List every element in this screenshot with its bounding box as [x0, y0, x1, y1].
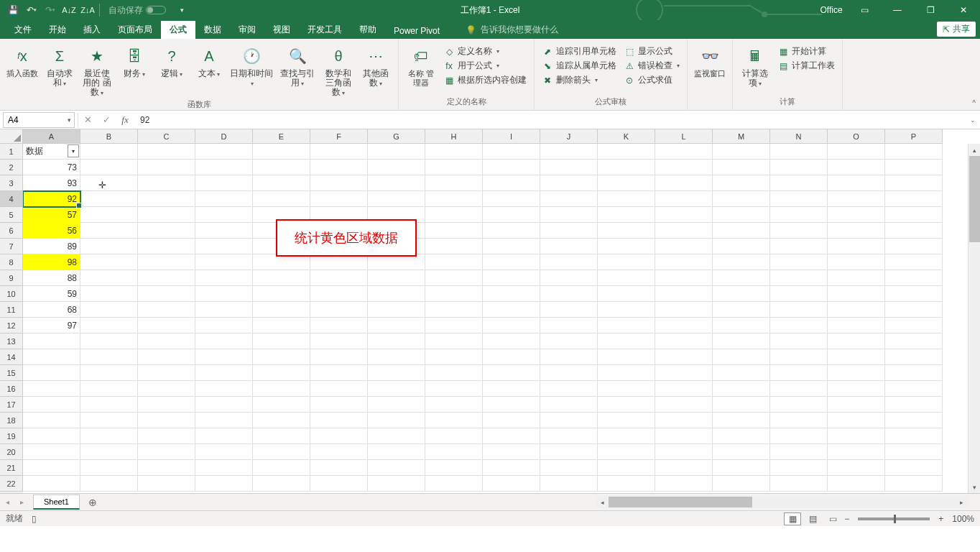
- cell[interactable]: [598, 270, 655, 286]
- cell[interactable]: [138, 254, 195, 270]
- row-header[interactable]: 4: [0, 191, 23, 207]
- cell[interactable]: [483, 254, 540, 270]
- trace-dependents-button[interactable]: ⬊追踪从属单元格: [539, 59, 619, 73]
- cell[interactable]: [80, 460, 138, 476]
- name-box[interactable]: A4▾: [3, 112, 75, 128]
- row-header[interactable]: 13: [0, 334, 23, 349]
- cell[interactable]: [368, 160, 425, 175]
- cell[interactable]: [828, 365, 885, 381]
- cell[interactable]: [885, 397, 943, 413]
- column-header[interactable]: O: [828, 129, 885, 144]
- cell[interactable]: [655, 286, 713, 302]
- data-cell[interactable]: 73: [23, 160, 80, 175]
- cell[interactable]: [713, 428, 770, 444]
- cell[interactable]: [138, 476, 195, 492]
- sheet-nav-next-icon[interactable]: ▸: [14, 498, 29, 506]
- row-header[interactable]: 1: [0, 144, 23, 160]
- cell[interactable]: [138, 318, 195, 334]
- cell[interactable]: [540, 302, 598, 318]
- cell[interactable]: [885, 476, 943, 492]
- cell[interactable]: [885, 160, 943, 175]
- cell[interactable]: [598, 239, 655, 254]
- cell[interactable]: [253, 334, 310, 349]
- calculate-sheet-button[interactable]: ▤计算工作表: [775, 59, 838, 73]
- cell[interactable]: [598, 207, 655, 223]
- column-header[interactable]: H: [425, 129, 483, 144]
- cell[interactable]: [885, 349, 943, 365]
- qat-customize-icon[interactable]: ▾: [173, 1, 190, 19]
- cell[interactable]: [310, 160, 368, 175]
- cell[interactable]: [80, 428, 138, 444]
- cell[interactable]: [598, 428, 655, 444]
- cell[interactable]: [828, 191, 885, 207]
- redo-icon[interactable]: ↷▾: [42, 1, 59, 19]
- cell[interactable]: [425, 397, 483, 413]
- page-layout-view-icon[interactable]: ▤: [804, 512, 821, 525]
- cell[interactable]: [425, 444, 483, 460]
- cell[interactable]: [483, 444, 540, 460]
- tellme-search[interactable]: 💡 告诉我你想要做什么: [463, 21, 561, 39]
- zoom-in-icon[interactable]: +: [938, 514, 943, 524]
- cell[interactable]: [655, 160, 713, 175]
- row-header[interactable]: 21: [0, 460, 23, 476]
- cell[interactable]: [598, 160, 655, 175]
- cell[interactable]: [195, 365, 253, 381]
- cell[interactable]: [310, 476, 368, 492]
- cell[interactable]: [310, 460, 368, 476]
- cell[interactable]: [828, 381, 885, 397]
- cell[interactable]: [138, 428, 195, 444]
- cell[interactable]: [368, 397, 425, 413]
- cell[interactable]: [598, 175, 655, 191]
- cell[interactable]: [253, 191, 310, 207]
- cell[interactable]: [598, 365, 655, 381]
- cell[interactable]: [195, 334, 253, 349]
- cell[interactable]: [425, 365, 483, 381]
- column-header[interactable]: J: [540, 129, 598, 144]
- cell[interactable]: [655, 223, 713, 239]
- page-break-view-icon[interactable]: ▭: [824, 512, 841, 525]
- cell[interactable]: [253, 444, 310, 460]
- cell[interactable]: [425, 175, 483, 191]
- cell[interactable]: [540, 444, 598, 460]
- cell[interactable]: [368, 270, 425, 286]
- autosum-button[interactable]: Σ 自动求和▾: [42, 43, 78, 90]
- expand-formula-icon[interactable]: ⌄: [966, 116, 980, 124]
- cell[interactable]: [828, 302, 885, 318]
- cell[interactable]: [23, 428, 80, 444]
- cell[interactable]: [885, 254, 943, 270]
- filter-dropdown-icon[interactable]: ▾: [68, 144, 79, 157]
- cell[interactable]: [368, 428, 425, 444]
- cell[interactable]: [655, 175, 713, 191]
- cell[interactable]: [310, 318, 368, 334]
- cell[interactable]: [540, 160, 598, 175]
- cell[interactable]: [195, 397, 253, 413]
- cell[interactable]: [138, 460, 195, 476]
- cell[interactable]: [655, 239, 713, 254]
- define-name-button[interactable]: ◇定义名称 ▾: [440, 45, 530, 58]
- cell[interactable]: [253, 270, 310, 286]
- cell[interactable]: [655, 144, 713, 160]
- cell[interactable]: [828, 334, 885, 349]
- add-sheet-icon[interactable]: ⊕: [84, 497, 101, 508]
- cell[interactable]: [425, 207, 483, 223]
- row-header[interactable]: 16: [0, 381, 23, 397]
- cancel-formula-icon[interactable]: ✕: [78, 114, 97, 125]
- cell[interactable]: [713, 381, 770, 397]
- column-header[interactable]: F: [310, 129, 368, 144]
- cell[interactable]: [655, 270, 713, 286]
- cell[interactable]: [138, 286, 195, 302]
- cell[interactable]: [483, 191, 540, 207]
- cell[interactable]: [598, 144, 655, 160]
- cell[interactable]: [80, 286, 138, 302]
- cell[interactable]: [23, 349, 80, 365]
- cell[interactable]: [483, 476, 540, 492]
- financial-button[interactable]: 🗄 财务▾: [116, 43, 152, 80]
- cell-header[interactable]: 数据▾: [23, 144, 80, 160]
- cell[interactable]: [828, 444, 885, 460]
- cell[interactable]: [138, 349, 195, 365]
- cell[interactable]: [885, 286, 943, 302]
- cell[interactable]: [80, 175, 138, 191]
- error-checking-button[interactable]: ⚠错误检查 ▾: [621, 59, 683, 73]
- zoom-out-icon[interactable]: −: [844, 514, 849, 524]
- cell[interactable]: [885, 444, 943, 460]
